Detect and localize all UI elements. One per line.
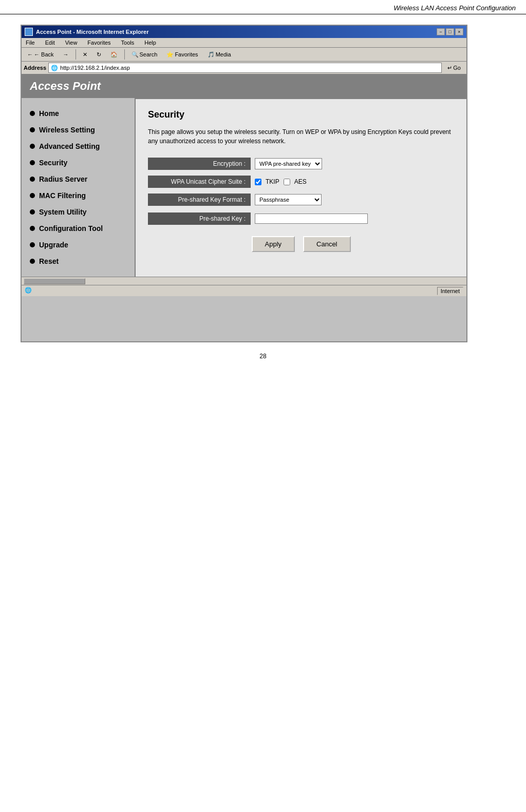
toolbar-separator-2 — [124, 49, 125, 60]
back-button[interactable]: ← ← Back — [24, 50, 58, 59]
address-url: http://192.168.2.1/index.asp — [60, 65, 130, 71]
browser-menubar: File Edit View Favorites Tools Help — [22, 38, 466, 48]
status-internet-badge: Internet — [437, 287, 463, 295]
favorites-button[interactable]: ⭐ Favorites — [163, 50, 201, 60]
ap-title: Access Point — [30, 80, 458, 93]
menu-favorites[interactable]: Favorites — [85, 39, 112, 46]
preshared-format-value: Passphrase Hex — [251, 192, 326, 207]
ie-icon — [25, 28, 33, 36]
sidebar-item-home[interactable]: Home — [22, 105, 135, 122]
media-button[interactable]: 🎵 Media — [204, 50, 235, 60]
tkip-checkbox[interactable] — [255, 179, 261, 185]
page-number: 28 — [21, 342, 505, 365]
preshared-format-select[interactable]: Passphrase Hex — [255, 194, 322, 205]
preshared-key-label: Pre-shared Key : — [148, 212, 251, 225]
go-button[interactable]: ↵ Go — [444, 63, 464, 73]
page-icon: 🌐 — [51, 65, 58, 71]
sidebar-item-mac-filtering[interactable]: MAC Filtering — [22, 187, 135, 204]
encryption-select[interactable]: Disable WEP WPA pre-shared key WPA RADIU… — [255, 158, 322, 169]
menu-tools[interactable]: Tools — [119, 39, 137, 46]
sidebar-label-upgrade: Upgrade — [39, 241, 68, 249]
sidebar-item-radius-server[interactable]: Radius Server — [22, 171, 135, 187]
browser-toolbar: ← ← Back → ✕ ↻ 🏠 🔍 Search ⭐ Favorites 🎵 … — [22, 48, 466, 62]
sidebar-item-security[interactable]: Security — [22, 154, 135, 171]
sidebar-label-reset: Reset — [39, 257, 59, 265]
encryption-label: Encryption : — [148, 158, 251, 170]
toolbar-separator-1 — [76, 49, 76, 60]
menu-edit[interactable]: Edit — [43, 39, 57, 46]
form-row-wpa-unicast: WPA Unicast Cipher Suite : TKIP AES — [148, 176, 454, 188]
tkip-label: TKIP — [266, 178, 279, 185]
favorites-icon: ⭐ — [166, 51, 174, 58]
browser-window: Access Point - Microsoft Internet Explor… — [21, 25, 467, 342]
bullet-icon-security — [30, 160, 35, 165]
browser-content: Access Point Home Wireless Setting — [22, 74, 466, 341]
maximize-button[interactable]: □ — [446, 28, 454, 35]
sidebar-label-security: Security — [39, 159, 67, 167]
sidebar-item-advanced-setting[interactable]: Advanced Setting — [22, 138, 135, 154]
sidebar-label-config: Configuration Tool — [39, 224, 103, 233]
forward-button[interactable]: → — [60, 50, 72, 59]
menu-file[interactable]: File — [24, 39, 37, 46]
main-panel: Security This page allows you setup the … — [135, 98, 466, 277]
bullet-icon-config — [30, 226, 35, 231]
menu-help[interactable]: Help — [142, 39, 158, 46]
sidebar-item-system-utility[interactable]: System Utility — [22, 204, 135, 220]
close-button[interactable]: × — [455, 28, 463, 35]
status-right: Internet — [437, 287, 463, 295]
back-label: ← Back — [34, 51, 54, 57]
bullet-icon-advanced — [30, 144, 35, 149]
menu-view[interactable]: View — [63, 39, 80, 46]
preshared-key-value — [251, 211, 372, 226]
sidebar-label-wireless: Wireless Setting — [39, 126, 95, 134]
sidebar: Home Wireless Setting Advanced Setting S… — [22, 98, 135, 277]
search-button[interactable]: 🔍 Search — [128, 50, 161, 60]
bullet-icon-home — [30, 111, 35, 116]
search-icon: 🔍 — [132, 51, 139, 58]
forward-icon: → — [63, 51, 69, 57]
ap-body: Home Wireless Setting Advanced Setting S… — [22, 98, 466, 277]
preshared-key-input[interactable] — [255, 214, 368, 224]
encryption-value: Disable WEP WPA pre-shared key WPA RADIU… — [251, 156, 326, 171]
page-title: Wireless LAN Access Point Configuration — [393, 4, 516, 12]
sidebar-label-system: System Utility — [39, 208, 87, 216]
aes-label: AES — [294, 178, 307, 185]
browser-window-controls: − □ × — [437, 28, 463, 35]
form-buttons: Apply Cancel — [148, 236, 454, 252]
form-row-encryption: Encryption : Disable WEP WPA pre-shared … — [148, 156, 454, 171]
preshared-format-label: Pre-shared Key Format : — [148, 194, 251, 206]
bullet-icon-reset — [30, 259, 35, 264]
sidebar-item-configuration-tool[interactable]: Configuration Tool — [22, 220, 135, 237]
bullet-icon-radius — [30, 177, 35, 182]
bullet-icon-upgrade — [30, 242, 35, 247]
browser-title: Access Point - Microsoft Internet Explor… — [25, 28, 148, 36]
wpa-unicast-label: WPA Unicast Cipher Suite : — [148, 176, 251, 188]
security-form: Encryption : Disable WEP WPA pre-shared … — [148, 156, 454, 252]
bullet-icon-wireless — [30, 127, 35, 132]
browser-title-text: Access Point - Microsoft Internet Explor… — [36, 29, 148, 35]
minimize-button[interactable]: − — [437, 28, 445, 35]
stop-button[interactable]: ✕ — [79, 50, 91, 60]
address-bar: Address 🌐 http://192.168.2.1/index.asp ↵… — [22, 62, 466, 74]
sidebar-item-upgrade[interactable]: Upgrade — [22, 237, 135, 253]
sidebar-item-wireless-setting[interactable]: Wireless Setting — [22, 122, 135, 138]
back-icon: ← — [27, 51, 33, 57]
form-row-preshared-format: Pre-shared Key Format : Passphrase Hex — [148, 192, 454, 207]
apply-button[interactable]: Apply — [252, 236, 295, 252]
sidebar-item-reset[interactable]: Reset — [22, 253, 135, 269]
section-description: This page allows you setup the wireless … — [148, 127, 454, 146]
refresh-button[interactable]: ↻ — [93, 50, 105, 60]
go-label: Go — [453, 65, 461, 71]
aes-checkbox[interactable] — [284, 179, 290, 185]
search-label: Search — [140, 51, 158, 57]
address-input[interactable]: 🌐 http://192.168.2.1/index.asp — [48, 63, 442, 73]
sidebar-label-advanced: Advanced Setting — [39, 142, 100, 150]
scroll-thumb[interactable] — [24, 278, 85, 284]
status-bar: 🌐 Internet — [22, 285, 466, 296]
home-button[interactable]: 🏠 — [107, 50, 121, 60]
cancel-button[interactable]: Cancel — [303, 236, 350, 252]
cipher-suite-group: TKIP AES — [255, 178, 307, 185]
horizontal-scrollbar[interactable] — [22, 277, 466, 285]
bullet-icon-system — [30, 209, 35, 215]
favorites-label: Favorites — [175, 51, 198, 57]
